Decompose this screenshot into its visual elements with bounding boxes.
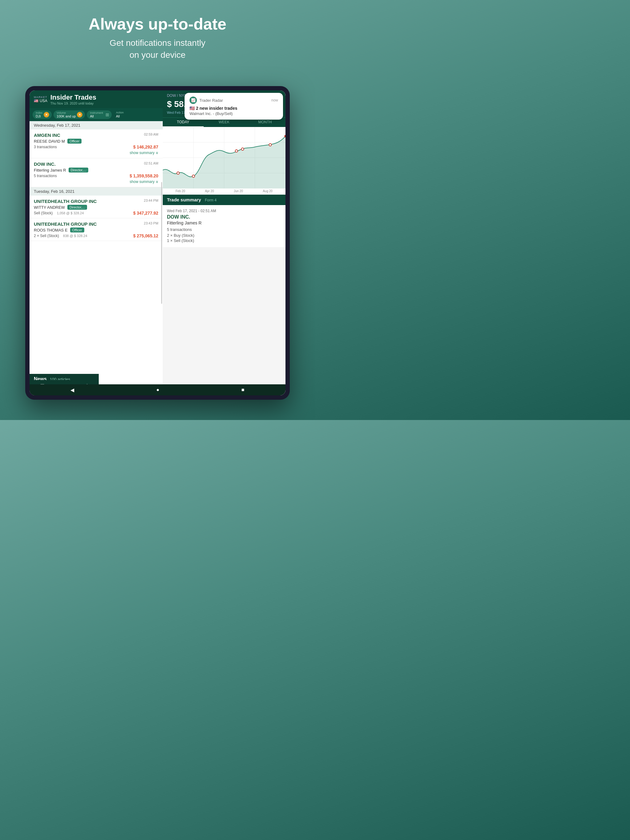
filter-volume-close[interactable]: × xyxy=(77,112,82,117)
trade-top-amgen: AMGEN INC 02:59 AM xyxy=(34,133,158,138)
trade-item-dow[interactable]: DOW INC. 02:51 AM Fitterling James R Dir… xyxy=(30,158,163,187)
trade-time-dow: 02:51 AM xyxy=(144,161,158,165)
trade-transactions-uh2: 2 × Sell (Stock) 838 @ $ 328.24 xyxy=(34,234,87,238)
trade-transactions-dow: 5 transactions xyxy=(34,174,57,178)
filter-chip-index[interactable]: Index DJI × xyxy=(33,111,52,119)
header-title-block: Insider Trades Thu Nov 19. 2020 until to… xyxy=(51,93,158,105)
filter-index-close[interactable]: × xyxy=(44,112,49,117)
trade-person-uh1: WITTY ANDREW xyxy=(34,205,65,210)
ts-date: Wed Feb 17, 2021 - 02:51 AM xyxy=(167,209,281,213)
filter-instrument-label: Instrument xyxy=(90,111,103,114)
header-title: Insider Trades xyxy=(51,93,158,101)
filter-volume-label: Volume xyxy=(57,111,76,114)
filter-index-value: DJI xyxy=(36,114,43,118)
ts-detail-2: 1 × Sell (Stock) xyxy=(167,238,281,243)
date-section-2: Tuesday, Feb 16, 2021 xyxy=(30,187,163,196)
trade-person-row-uh1: WITTY ANDREW Director,... xyxy=(34,205,158,210)
filter-chip-volume[interactable]: Volume 100K and up × xyxy=(54,111,85,119)
trade-amount-uh2: $ 275,065.12 xyxy=(133,234,158,238)
hero-subtitle: Get notifications instantlyon your devic… xyxy=(6,37,309,61)
role-badge-uh2: Officer xyxy=(70,227,84,232)
trade-amount-uh1: $ 347,277.92 xyxy=(133,211,158,216)
tablet-frame: 📈 Trader Radar now 🇺🇸 2 new insider trad… xyxy=(25,86,290,400)
role-badge-uh1: Director,... xyxy=(67,205,87,210)
trade-summary-content: Wed Feb 17, 2021 - 02:51 AM DOW INC. Fit… xyxy=(163,205,285,247)
trade-amount-dow: $ 1,359,558.20 xyxy=(130,174,158,178)
filter-volume-value: 100K and up xyxy=(57,114,76,118)
notification-body: Walmart Inc. - (Buy/Sell) xyxy=(190,111,278,116)
trade-company-uh2: UNITEDHEALTH GROUP INC xyxy=(34,221,97,227)
trade-time-amgen: 02:59 AM xyxy=(144,133,158,136)
trade-top-dow: DOW INC. 02:51 AM xyxy=(34,161,158,167)
ts-company: DOW INC. xyxy=(167,214,281,220)
notification-title: 🇺🇸 2 new insider trades xyxy=(190,106,278,111)
stock-chart xyxy=(163,127,285,195)
ts-transactions: 5 transactions xyxy=(167,227,281,232)
tablet-screen: 📈 Trader Radar now 🇺🇸 2 new insider trad… xyxy=(30,90,285,395)
header-subtitle: Thu Nov 19. 2020 until today xyxy=(51,101,158,105)
trade-top-uh2: UNITEDHEALTH GROUP INC 23:43 PM xyxy=(34,221,158,227)
market-flag: 🇺🇸 USA xyxy=(34,99,47,103)
ts-person: Fitterling James R xyxy=(167,221,281,225)
role-badge-dow: Director,... xyxy=(69,167,88,172)
back-button[interactable]: ◀ xyxy=(70,387,74,393)
trade-person-row-dow: Fitterling James R Director,... xyxy=(34,167,158,172)
trade-company-dow: DOW INC. xyxy=(34,161,56,167)
app-header: MARKET 🇺🇸 USA Insider Trades Thu Nov 19.… xyxy=(30,90,163,108)
svg-point-9 xyxy=(241,148,244,150)
trade-detail-amgen: 3 transactions $ 146,292.87 xyxy=(34,145,158,149)
show-summary-amgen[interactable]: show summary ∨ xyxy=(34,149,158,156)
trade-time-uh1: 23:44 PM xyxy=(144,199,158,202)
filter-bar: Index DJI × Volume 100K and up × Instrum… xyxy=(30,108,163,121)
left-panel: MARKET 🇺🇸 USA Insider Trades Thu Nov 19.… xyxy=(30,90,163,395)
android-nav-bar: ◀ ● ■ xyxy=(30,384,285,395)
notification-time: now xyxy=(271,98,278,103)
svg-point-7 xyxy=(192,175,195,177)
show-summary-dow[interactable]: show summary ∨ xyxy=(34,178,158,185)
trade-detail-uh2: 2 × Sell (Stock) 838 @ $ 328.24 $ 275,06… xyxy=(34,234,158,238)
trade-amount-amgen: $ 146,292.87 xyxy=(133,145,158,149)
svg-point-6 xyxy=(177,172,179,174)
hero-title: Always up-to-date xyxy=(6,15,309,33)
svg-point-8 xyxy=(235,150,237,152)
notification-app-icon: 📈 xyxy=(190,96,197,104)
flag-icon: 🇺🇸 xyxy=(34,99,38,103)
trade-item-uh1[interactable]: UNITEDHEALTH GROUP INC 23:44 PM WITTY AN… xyxy=(30,196,163,218)
trade-summary-header: Trade summary Form 4 xyxy=(163,195,285,205)
trade-top-uh1: UNITEDHEALTH GROUP INC 23:44 PM xyxy=(34,199,158,204)
trade-person-row-uh2: ROOS THOMAS E Officer xyxy=(34,227,158,232)
market-label: MARKET xyxy=(34,96,47,99)
trade-person-uh2: ROOS THOMAS E xyxy=(34,228,68,232)
trade-item-uh2[interactable]: UNITEDHEALTH GROUP INC 23:43 PM ROOS THO… xyxy=(30,218,163,241)
trade-person-row-amgen: REESE DAVID M Officer xyxy=(34,139,158,144)
chart-label-aug: Aug 20 xyxy=(263,189,272,193)
date-section-1: Wednesday, Feb 17, 2021 xyxy=(30,121,163,129)
trade-detail-uh1: Sell (Stock) 1,058 @ $ 328.24 $ 347,277.… xyxy=(34,211,158,216)
recents-button[interactable]: ■ xyxy=(242,387,245,393)
trade-person-dow: Fitterling James R xyxy=(34,168,66,172)
trade-company-uh1: UNITEDHEALTH GROUP INC xyxy=(34,199,97,204)
scroll-hint xyxy=(161,182,162,304)
filter-action[interactable]: Action All xyxy=(114,110,126,119)
chart-label-jun: Jun 20 xyxy=(234,189,243,193)
chart-label-apr: Apr 20 xyxy=(205,189,214,193)
notification-app-name: Trader Radar xyxy=(199,98,269,103)
filter-index-label: Index xyxy=(36,111,43,114)
hero-section: Always up-to-date Get notifications inst… xyxy=(0,0,315,67)
trade-person-amgen: REESE DAVID M xyxy=(34,139,65,144)
trade-company-amgen: AMGEN INC xyxy=(34,133,60,138)
home-button[interactable]: ● xyxy=(156,387,159,393)
chart-area: Feb 20 Apr 20 Jun 20 Aug 20 xyxy=(163,127,285,195)
chart-x-labels: Feb 20 Apr 20 Jun 20 Aug 20 xyxy=(163,189,285,193)
trade-time-uh2: 23:43 PM xyxy=(144,221,158,225)
form4-badge: Form 4 xyxy=(205,198,217,202)
filter-icon: ⊞ xyxy=(106,112,109,117)
trade-detail-dow: 5 transactions $ 1,359,558.20 xyxy=(34,174,158,178)
right-panel: DOW / NYSE $ 58.80 + 23.17 % + $ 11.06 W… xyxy=(163,90,285,395)
ts-detail-1: 2 × Buy (Stock) xyxy=(167,233,281,238)
trade-item-amgen[interactable]: AMGEN INC 02:59 AM REESE DAVID M Officer… xyxy=(30,129,163,158)
trade-transactions-uh1: Sell (Stock) 1,058 @ $ 328.24 xyxy=(34,211,84,215)
filter-chip-instrument[interactable]: Instrument All ⊞ xyxy=(87,111,112,119)
chart-label-feb: Feb 20 xyxy=(176,189,185,193)
trade-summary-title: Trade summary xyxy=(167,197,201,202)
